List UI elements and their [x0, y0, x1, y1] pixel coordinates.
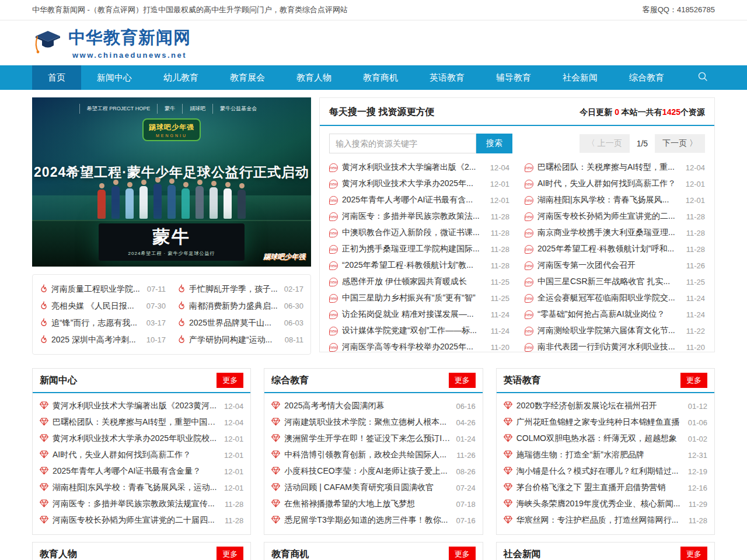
nav-item-label: 辅导教育: [496, 72, 531, 82]
resource-item[interactable]: new 湖南桂阳|东风学校：青春飞扬展风... 12-01: [525, 192, 705, 208]
nav-item[interactable]: 首页: [32, 65, 81, 90]
panel-news-item[interactable]: 黄河水利职业技术大学承办2025年职业院校... 12-01: [40, 430, 243, 447]
panel-news-item[interactable]: 小度科技CEO李莹：小度AI老师让孩子爱上... 08-26: [271, 463, 475, 480]
nav-item[interactable]: 社会新闻: [547, 65, 613, 90]
resource-item[interactable]: new 黄河水利职业技术大学承办2025年... 12-01: [329, 176, 509, 192]
hot-news-item[interactable]: 2025世界品牌莫干山... 06-03: [177, 314, 303, 331]
resource-item-date: 12-01: [686, 180, 705, 188]
more-button[interactable]: 更多: [449, 373, 476, 388]
resource-item[interactable]: new AI时代，失业人群如何找到高薪工作？ 12-01: [525, 176, 705, 192]
resource-item[interactable]: new 2025年希望工程·科教领航计划”呼和... 11-28: [525, 241, 705, 257]
gem-icon: [40, 434, 48, 444]
resource-item[interactable]: new 黄河水利职业技术大学编著出版《2... 12-04: [329, 159, 509, 176]
panel-news-item[interactable]: 2020数字经济创新发展论坛在福州召开 01-12: [504, 398, 707, 414]
nav-item[interactable]: 教育展会: [214, 65, 281, 90]
resource-item[interactable]: new 感恩伴开放 伊仕顿家园共育暖成长 11-25: [329, 274, 509, 290]
resource-item[interactable]: new 南京商业学校携手澳大利亚桑瑞亚理... 11-28: [525, 225, 705, 241]
resource-item-title: 中澳职教合作迈入新阶段，微证书课...: [342, 228, 487, 238]
hot-news-item[interactable]: 南都消费新势力盛典启... 06-30: [177, 298, 303, 314]
resource-item[interactable]: new “2025年希望工程·科教领航计划”教... 11-28: [329, 257, 509, 274]
more-button[interactable]: 更多: [449, 547, 476, 560]
resource-item-date: 11-20: [491, 343, 509, 352]
nav-item[interactable]: 辅导教育: [480, 65, 547, 90]
new-icon: new: [329, 229, 338, 237]
panel-news-item[interactable]: 河南医专校长孙韬为师生宣讲党的二十届四... 11-28: [40, 512, 243, 528]
panel-news-item[interactable]: 河南医专：多措并举民族宗教政策法规宣传... 11-28: [40, 496, 243, 512]
resource-item[interactable]: new 设计媒体学院党建“双创”工作——标... 11-24: [329, 323, 509, 339]
panel-item-title: 河南建筑职业技术学院：聚焦立德树人根本...: [284, 417, 452, 428]
resource-item[interactable]: new 河南医专：多措并举民族宗教政策法... 11-28: [329, 208, 509, 225]
resource-item[interactable]: new 南非代表团一行到访黄河水利职业技... 11-20: [525, 339, 705, 355]
resource-item[interactable]: new 巴曙松团队：关税摩擦与AI转型，重... 12-04: [525, 159, 705, 176]
hero-slider[interactable]: 希望工程 PROJECT HOPE蒙牛踢球吧蒙牛公益基金会 踢球吧少年强 MEN…: [32, 97, 311, 267]
more-button[interactable]: 更多: [680, 373, 707, 388]
next-page-button[interactable]: 下一页 〉: [655, 134, 705, 153]
nav-item[interactable]: 教育商机: [347, 65, 414, 90]
resource-item[interactable]: new 中国三星CSR新三年战略收官 扎实... 11-25: [525, 274, 705, 290]
nav-item[interactable]: 英语教育: [414, 65, 480, 90]
resource-item[interactable]: new 访企拓岗促就业 精准对接谋发展—... 11-24: [329, 306, 509, 323]
new-icon: new: [329, 343, 338, 352]
gem-icon: [271, 483, 280, 493]
panel-news-item[interactable]: 施瑞德生物：打造全“新”水溶肥品牌 12-31: [504, 447, 707, 463]
panel-news-item[interactable]: 河南建筑职业技术学院：聚焦立德树人根本... 04-26: [271, 414, 475, 430]
nav-item[interactable]: 教育人物: [281, 65, 347, 90]
nav-item[interactable]: 综合教育: [613, 65, 680, 90]
nav-item[interactable]: 幼儿教育: [148, 65, 214, 90]
brand-logo-text: 蒙牛: [99, 225, 245, 249]
more-button[interactable]: 更多: [680, 547, 707, 560]
search-input[interactable]: [329, 134, 476, 153]
resource-item-title: 南非代表团一行到访黄河水利职业技...: [537, 342, 682, 352]
panel-header: 社会新闻 更多: [497, 542, 714, 560]
hot-news-item[interactable]: 2025 深圳中高考冲刺... 10-17: [40, 331, 166, 348]
panel-news-item[interactable]: COLMO双胆电热水器：纤薄无双，超越想象 01-02: [504, 430, 707, 447]
resource-stats: 今日更新 0 本站一共有1425个资源: [580, 107, 705, 118]
panel-news-item[interactable]: 在焦裕禄播撒希望的大地上放飞梦想 07-18: [271, 496, 475, 512]
hot-news-item[interactable]: 追“锋”而行，志愿有我... 03-17: [40, 314, 166, 331]
panel-news-item[interactable]: 悉尼留学T3学期必知道的选房三件事！教你... 07-16: [271, 512, 475, 528]
resource-item[interactable]: new 中国三星助力乡村振兴有“质”更有“智” 11-25: [329, 290, 509, 306]
panel-edu-business: 教育商机 更多: [264, 542, 483, 560]
resource-item[interactable]: new 正初为携手桑瑞亚理工学院构建国际... 11-28: [329, 241, 509, 257]
panel-item-date: 04-26: [456, 418, 475, 427]
panel-news-item[interactable]: 活动回顾 | CAFAM美育研究项目圆满收官 07-24: [271, 480, 475, 496]
hot-news-item[interactable]: 产学研协同构建“运动... 08-11: [177, 331, 303, 348]
prev-page-button[interactable]: 〈 上一页: [580, 134, 630, 153]
hot-news-item[interactable]: 河南质量工程职业学院... 07-11: [40, 281, 166, 298]
nav-search-button[interactable]: [697, 65, 708, 90]
panel-news-item[interactable]: 华宸丝网：专注护栏品质，打造丝网筛网行... 11-28: [504, 512, 707, 528]
resource-item[interactable]: new “零基础”如何抢占高薪AI就业岗位？ 11-24: [525, 306, 705, 323]
panel-news-item[interactable]: 淘小铺是什么？模式好在哪儿？红利期错过... 12-19: [504, 463, 707, 480]
resource-item[interactable]: new 中澳职教合作迈入新阶段，微证书课... 11-28: [329, 225, 509, 241]
panel-news-item[interactable]: 黄河水利职业技术大学编著出版《2023黄河... 12-04: [40, 398, 243, 414]
more-button[interactable]: 更多: [217, 373, 243, 388]
more-button[interactable]: 更多: [217, 547, 243, 560]
resource-item-title: “零基础”如何抢占高薪AI就业岗位？: [537, 309, 682, 320]
resource-item[interactable]: new 河南医专校长孙韬为师生宣讲党的二... 11-28: [525, 208, 705, 225]
search-button[interactable]: 搜索: [476, 134, 512, 153]
resource-item[interactable]: new 河南医专第一次团代会召开 11-26: [525, 257, 705, 274]
panel-news-item[interactable]: 茅台价格飞涨之下 盟主直播开启借势营销 12-16: [504, 480, 707, 496]
panel-news-item[interactable]: 澳洲留学生开学在即！签证没下来怎么预订Ig... 01-24: [271, 430, 475, 447]
panel-news-item[interactable]: AI时代，失业人群如何找到高薪工作？ 12-01: [40, 447, 243, 463]
site-logo[interactable]: 中华教育新闻网 www.chinaedunews.net: [32, 26, 191, 60]
panel-item-date: 11-28: [689, 516, 707, 525]
resource-item[interactable]: new 全运会赛艇冠军莅临南阳职业学院交... 11-24: [525, 290, 705, 306]
panel-news-item[interactable]: 湖南桂阳|东风学校：青春飞扬展风采，运动... 12-01: [40, 480, 243, 496]
resource-item-title: 河南医学高等专科学校举办2025年...: [342, 342, 487, 352]
new-icon: new: [329, 261, 338, 270]
panel-news-item[interactable]: 中科浩博引领教育创新，政校企共绘国际人... 11-26: [271, 447, 475, 463]
resource-item[interactable]: new 河南医学高等专科学校举办2025年... 11-20: [329, 339, 509, 355]
panel-news-item[interactable]: 巴曙松团队：关税摩擦与AI转型，重塑中国资... 12-04: [40, 414, 243, 430]
hot-news-item[interactable]: 亮相央媒 《人民日报... 07-30: [40, 298, 166, 314]
panel-news-item[interactable]: 广州花旺鱼锦鲤之家专业纯种日本锦鲤鱼直播 01-06: [504, 414, 707, 430]
resource-item[interactable]: new 2025年青年人考哪个AI证书最有含... 12-01: [329, 192, 509, 208]
panel-item-title: 海峡头条荣膺2019年度优秀企业、核心新闻...: [516, 499, 685, 509]
resource-item[interactable]: new 河南测绘职业学院第六届体育文化节... 11-22: [525, 323, 705, 339]
panel-news-item[interactable]: 海峡头条荣膺2019年度优秀企业、核心新闻... 11-29: [504, 496, 707, 512]
panel-news-item[interactable]: 2025高考考情大会圆满闭幕 06-16: [271, 398, 475, 414]
hot-news-item[interactable]: 手忙脚乱开学季，孩子... 02-17: [177, 281, 303, 298]
panel-news-item[interactable]: 2025年青年人考哪个AI证书最有含金量？ 12-01: [40, 463, 243, 480]
nav-item[interactable]: 新闻中心: [81, 65, 148, 90]
nav-item-label: 教育人物: [296, 72, 331, 82]
